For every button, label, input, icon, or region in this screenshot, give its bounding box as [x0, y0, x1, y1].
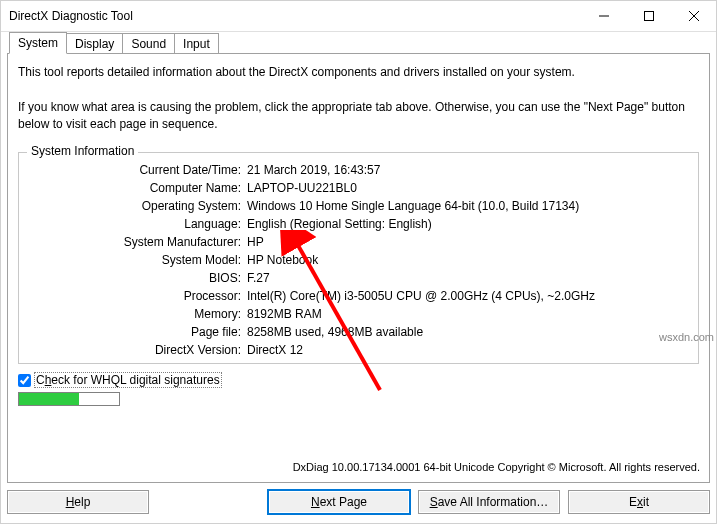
help-button[interactable]: Help [7, 490, 149, 514]
tabstrip: System Display Sound Input [9, 31, 710, 53]
progress-bar [18, 392, 120, 406]
tab-input[interactable]: Input [174, 33, 219, 54]
whql-row: Check for WHQL digital signatures [18, 372, 699, 388]
model-label: System Model: [27, 253, 247, 267]
window: DirectX Diagnostic Tool System Display S… [0, 0, 717, 524]
progress-fill [19, 393, 79, 405]
intro-text-1: This tool reports detailed information a… [18, 64, 699, 81]
system-information-group: System Information Current Date/Time:21 … [18, 152, 699, 364]
os-value: Windows 10 Home Single Language 64-bit (… [247, 199, 690, 213]
tab-system[interactable]: System [9, 32, 67, 54]
watermark: wsxdn.com [659, 331, 714, 343]
processor-label: Processor: [27, 289, 247, 303]
language-value: English (Regional Setting: English) [247, 217, 690, 231]
language-label: Language: [27, 217, 247, 231]
intro-text-2: If you know what area is causing the pro… [18, 99, 699, 133]
pagefile-value: 8258MB used, 4968MB available [247, 325, 690, 339]
pagefile-label: Page file: [27, 325, 247, 339]
whql-checkbox[interactable] [18, 374, 31, 387]
button-bar: Help Next Page Save All Information… Exi… [7, 487, 710, 517]
memory-value: 8192MB RAM [247, 307, 690, 321]
directx-label: DirectX Version: [27, 343, 247, 357]
window-controls [581, 1, 716, 31]
window-title: DirectX Diagnostic Tool [9, 9, 581, 23]
memory-label: Memory: [27, 307, 247, 321]
tab-sound[interactable]: Sound [122, 33, 175, 54]
computer-name-label: Computer Name: [27, 181, 247, 195]
titlebar: DirectX Diagnostic Tool [1, 1, 716, 32]
date-value: 21 March 2019, 16:43:57 [247, 163, 690, 177]
exit-button[interactable]: Exit [568, 490, 710, 514]
footer-text: DxDiag 10.00.17134.0001 64-bit Unicode C… [293, 461, 700, 473]
tab-display[interactable]: Display [66, 33, 123, 54]
system-information-legend: System Information [27, 144, 138, 158]
manufacturer-label: System Manufacturer: [27, 235, 247, 249]
os-label: Operating System: [27, 199, 247, 213]
model-value: HP Notebook [247, 253, 690, 267]
system-info-table: Current Date/Time:21 March 2019, 16:43:5… [27, 163, 690, 357]
next-page-button[interactable]: Next Page [268, 490, 410, 514]
bios-value: F.27 [247, 271, 690, 285]
manufacturer-value: HP [247, 235, 690, 249]
date-label: Current Date/Time: [27, 163, 247, 177]
whql-label[interactable]: Check for WHQL digital signatures [34, 372, 222, 388]
computer-name-value: LAPTOP-UU221BL0 [247, 181, 690, 195]
maximize-button[interactable] [626, 1, 671, 31]
svg-rect-1 [644, 12, 653, 21]
minimize-button[interactable] [581, 1, 626, 31]
processor-value: Intel(R) Core(TM) i3-5005U CPU @ 2.00GHz… [247, 289, 690, 303]
body: System Display Sound Input This tool rep… [7, 31, 710, 517]
directx-value: DirectX 12 [247, 343, 690, 357]
save-all-button[interactable]: Save All Information… [418, 490, 560, 514]
close-button[interactable] [671, 1, 716, 31]
tabpage-system: This tool reports detailed information a… [7, 53, 710, 483]
bios-label: BIOS: [27, 271, 247, 285]
